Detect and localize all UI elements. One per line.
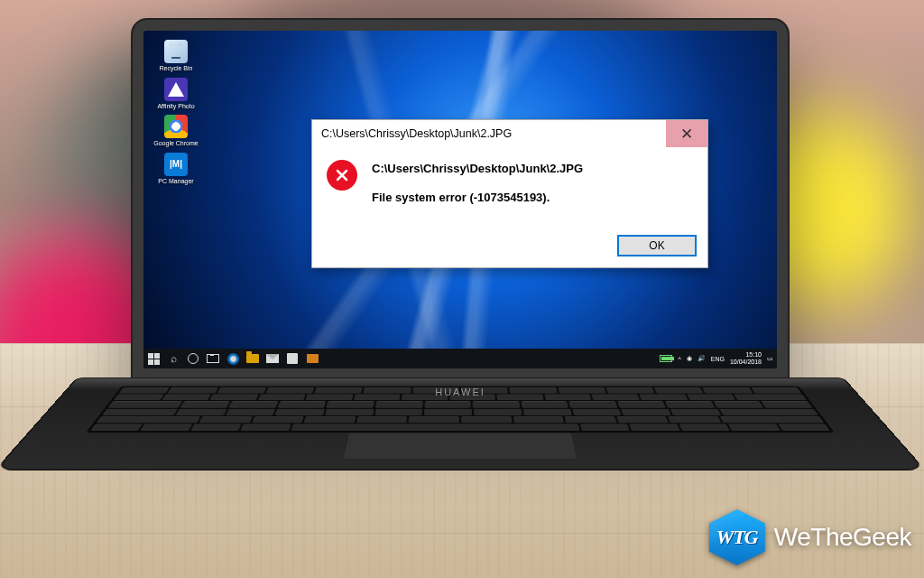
desktop-icon-affinity-photo[interactable]: Affinity Photo: [151, 78, 201, 110]
mail-icon[interactable]: [266, 352, 279, 365]
desktop-icon-label: PC Manager: [158, 178, 193, 185]
error-icon: [327, 160, 357, 191]
desktop-icons: Recycle Bin Affinity Photo Google Chrome…: [151, 40, 201, 185]
laptop-brand: HUAWEI: [435, 387, 485, 397]
watermark-badge-text: WTG: [716, 526, 758, 549]
task-view-icon[interactable]: [207, 352, 219, 365]
desktop-icon-label: Recycle Bin: [160, 65, 193, 72]
close-icon: ✕: [680, 125, 693, 144]
tray-language[interactable]: ENG: [711, 356, 725, 362]
3dmark-icon[interactable]: [306, 352, 319, 365]
chrome-icon: [164, 115, 188, 138]
tray-date: 10/04/2018: [730, 359, 762, 366]
notification-icon[interactable]: ▭: [767, 355, 773, 362]
watermark-text-post: Geek: [853, 523, 911, 551]
pc-manager-icon: |M|: [164, 153, 188, 176]
affinity-photo-icon: [164, 78, 188, 101]
search-icon[interactable]: ⌕: [167, 352, 180, 365]
desktop-icon-label: Affinity Photo: [157, 103, 194, 110]
tray-time: 15:10: [730, 351, 762, 359]
watermark: WTG WeTheGeek: [709, 509, 911, 565]
dialog-message: C:\Users\Chrissy\Desktop\Junk\2.JPG File…: [372, 160, 583, 206]
wifi-icon[interactable]: ◉: [687, 355, 692, 362]
dialog-path: C:\Users\Chrissy\Desktop\Junk\2.JPG: [372, 160, 583, 178]
error-dialog: C:\Users\Chrissy\Desktop\Junk\2.JPG ✕ C:…: [311, 119, 708, 268]
taskbar-left: ⌕: [147, 352, 319, 365]
edge-icon[interactable]: [226, 352, 239, 365]
taskbar-tray: ^ ◉ 🔊 ENG 15:10 10/04/2018 ▭: [660, 351, 773, 365]
close-button[interactable]: ✕: [666, 120, 707, 147]
dialog-title-text: C:\Users\Chrissy\Desktop\Junk\2.JPG: [321, 127, 512, 140]
sound-icon[interactable]: 🔊: [698, 355, 706, 362]
watermark-text-pre: We: [774, 523, 811, 551]
file-explorer-icon[interactable]: [246, 352, 259, 365]
dialog-titlebar: C:\Users\Chrissy\Desktop\Junk\2.JPG ✕: [312, 120, 707, 147]
watermark-text-mid: The: [810, 523, 853, 551]
watermark-text: WeTheGeek: [774, 523, 911, 552]
trackpad: [342, 433, 578, 460]
battery-icon[interactable]: [660, 352, 672, 365]
recycle-bin-icon: [164, 40, 188, 63]
tray-chevron-icon[interactable]: ^: [678, 356, 680, 362]
watermark-badge: WTG: [709, 509, 765, 565]
dialog-error-text: File system error (-1073545193).: [372, 189, 583, 207]
laptop: Recycle Bin Affinity Photo Google Chrome…: [131, 18, 790, 542]
watermark-hex-icon: WTG: [709, 509, 765, 565]
desktop-icon-pc-manager[interactable]: |M| PC Manager: [151, 153, 201, 185]
cortana-icon[interactable]: [187, 352, 199, 365]
ok-button[interactable]: OK: [617, 235, 697, 256]
dialog-footer: OK: [312, 226, 707, 267]
store-icon[interactable]: [286, 352, 299, 365]
desktop-icon-recycle-bin[interactable]: Recycle Bin: [151, 40, 201, 72]
start-button[interactable]: [147, 352, 160, 365]
desktop-icon-label: Google Chrome: [153, 140, 198, 147]
taskbar: ⌕ ^ ◉ 🔊 ENG 15:10: [143, 349, 777, 368]
tray-clock[interactable]: 15:10 10/04/2018: [730, 351, 762, 365]
dialog-body: C:\Users\Chrissy\Desktop\Junk\2.JPG File…: [312, 147, 707, 226]
desktop-icon-google-chrome[interactable]: Google Chrome: [151, 115, 201, 147]
